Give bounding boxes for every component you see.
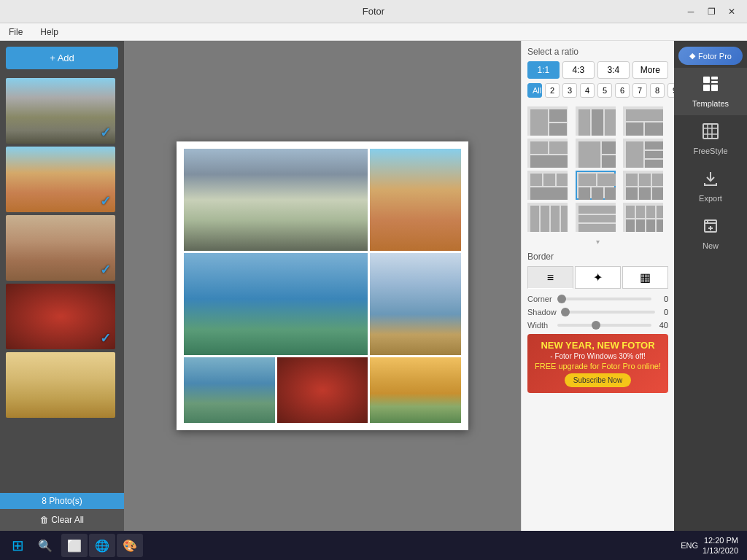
count-3[interactable]: 3 — [562, 83, 577, 98]
close-button[interactable]: ✕ — [722, 4, 741, 20]
template-4[interactable] — [527, 139, 568, 168]
cell-rock-formation[interactable] — [370, 253, 461, 355]
template-1[interactable] — [527, 106, 568, 136]
svg-rect-36 — [551, 206, 560, 232]
svg-rect-8 — [645, 122, 663, 136]
svg-rect-10 — [549, 141, 568, 154]
svg-rect-4 — [592, 109, 603, 136]
svg-rect-25 — [578, 187, 590, 200]
export-label: Export — [699, 194, 722, 203]
template-11[interactable] — [576, 203, 616, 232]
ad-subscribe-button[interactable]: Subscribe Now — [565, 373, 631, 387]
template-12[interactable] — [623, 203, 663, 232]
menu-file[interactable]: File — [6, 26, 26, 39]
photo-thumb-1[interactable]: ✓ — [6, 78, 115, 144]
svg-rect-0 — [530, 109, 548, 136]
svg-rect-51 — [711, 81, 718, 83]
photo-thumb-3[interactable]: ✓ — [6, 215, 115, 281]
template-7[interactable] — [527, 171, 568, 200]
start-button[interactable]: ⊞ — [3, 534, 32, 557]
svg-rect-50 — [711, 77, 718, 79]
count-6[interactable]: 6 — [615, 83, 630, 98]
photo-thumb-2[interactable]: ✓ — [6, 147, 115, 212]
search-button[interactable]: 🔍 — [32, 534, 58, 557]
svg-rect-14 — [602, 155, 616, 168]
collage-wrapper — [177, 141, 468, 430]
photo-thumb-4[interactable]: ✓ — [6, 284, 115, 349]
template-9[interactable] — [623, 171, 663, 200]
shadow-slider[interactable] — [561, 311, 655, 314]
svg-rect-24 — [597, 174, 616, 186]
clear-all-button[interactable]: 🗑 Clear All — [0, 509, 124, 531]
corner-slider[interactable] — [557, 298, 651, 300]
svg-rect-2 — [549, 123, 567, 136]
templates-label: Templates — [692, 99, 729, 108]
count-2[interactable]: 2 — [545, 83, 560, 98]
template-10[interactable] — [527, 203, 568, 232]
svg-rect-41 — [626, 206, 635, 218]
ratio-more[interactable]: More — [632, 61, 668, 79]
fotor-pro-button[interactable]: ◆ Fotor Pro — [678, 47, 743, 65]
cell-mountain-lake2[interactable] — [184, 357, 275, 423]
menu-help[interactable]: Help — [37, 26, 61, 39]
taskbar-date-display: 1/13/2020 — [703, 545, 738, 556]
border-tab-texture[interactable]: ▦ — [622, 266, 668, 289]
count-all[interactable]: All — [527, 83, 542, 98]
freestyle-icon — [702, 122, 719, 144]
new-tool[interactable]: New — [674, 210, 747, 257]
corner-value: 0 — [656, 295, 668, 303]
count-4[interactable]: 4 — [580, 83, 595, 98]
svg-rect-35 — [541, 206, 549, 232]
templates-tool[interactable]: Templates — [674, 68, 747, 115]
count-row: All 2 3 4 5 6 7 8 9 — [527, 83, 668, 98]
ratio-1-1[interactable]: 1:1 — [527, 61, 560, 79]
cell-mountain-meadow[interactable] — [184, 149, 368, 251]
minimize-button[interactable]: ─ — [681, 4, 700, 20]
cell-red-flowers[interactable] — [277, 357, 368, 423]
svg-rect-27 — [605, 187, 616, 200]
svg-rect-43 — [646, 206, 655, 218]
templates-icon — [702, 75, 719, 96]
window-controls: ─ ❐ ✕ — [681, 4, 741, 20]
count-8[interactable]: 8 — [650, 83, 665, 98]
ratio-3-4[interactable]: 3:4 — [597, 61, 630, 79]
cell-desert-rocks[interactable] — [370, 149, 461, 251]
color-app-button[interactable]: 🎨 — [117, 534, 143, 557]
export-tool[interactable]: Export — [674, 163, 747, 210]
template-8[interactable] — [576, 171, 616, 200]
photos-count-bar: 8 Photo(s) — [0, 493, 124, 509]
taskbar: ⊞ 🔍 ⬜ 🌐 🎨 ENG 12:20 PM 1/13/2020 — [0, 531, 747, 560]
count-7[interactable]: 7 — [632, 83, 647, 98]
ratio-4-3[interactable]: 4:3 — [562, 61, 595, 79]
cell-palm-desert[interactable] — [370, 357, 461, 423]
count-9[interactable]: 9 — [667, 83, 674, 98]
task-view-icon: ⬜ — [67, 539, 82, 553]
border-tab-lines[interactable]: ≡ — [527, 266, 573, 289]
svg-rect-47 — [646, 219, 655, 232]
restore-button[interactable]: ❐ — [702, 4, 721, 20]
corner-row: Corner 0 — [527, 295, 668, 303]
cell-moraine-lake[interactable] — [184, 253, 368, 355]
task-view-button[interactable]: ⬜ — [61, 534, 88, 557]
windows-icon: ⊞ — [12, 537, 24, 554]
chrome-button[interactable]: 🌐 — [89, 534, 115, 557]
svg-rect-34 — [530, 206, 539, 232]
template-5[interactable] — [576, 139, 616, 168]
svg-rect-15 — [626, 141, 643, 168]
count-5[interactable]: 5 — [597, 83, 612, 98]
template-6[interactable] — [623, 139, 663, 168]
chrome-icon: 🌐 — [95, 539, 109, 553]
template-2[interactable] — [576, 106, 616, 136]
template-3[interactable] — [623, 106, 663, 136]
svg-rect-22 — [530, 187, 568, 200]
diamond-icon: ◆ — [689, 51, 695, 61]
svg-rect-11 — [530, 155, 568, 168]
add-button[interactable]: + Add — [6, 47, 118, 69]
freestyle-tool[interactable]: FreeStyle — [674, 115, 747, 163]
shadow-value: 0 — [659, 308, 668, 316]
new-icon — [702, 217, 719, 238]
svg-rect-21 — [557, 174, 568, 186]
photo-thumb-5[interactable] — [6, 352, 115, 418]
border-tab-pattern[interactable]: ✦ — [575, 266, 621, 289]
width-slider[interactable] — [557, 324, 651, 327]
